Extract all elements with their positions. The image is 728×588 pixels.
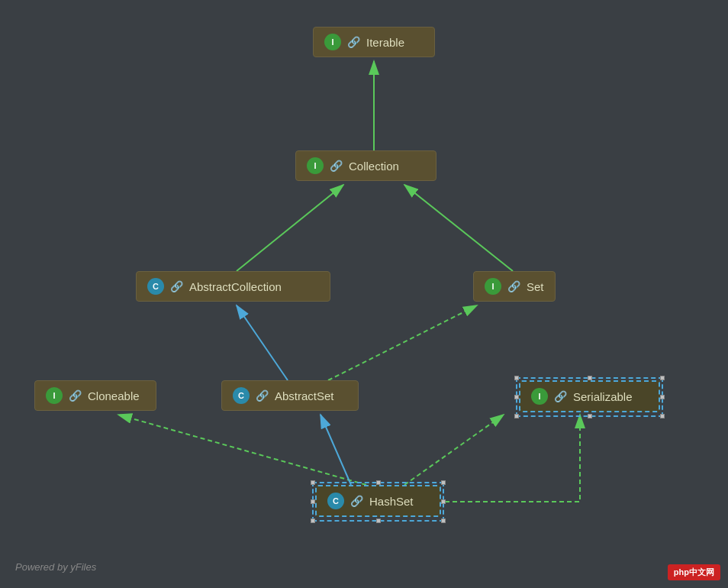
node-iterable[interactable]: I 🔗 Iterable <box>313 27 435 57</box>
label-set: Set <box>527 280 544 293</box>
node-abstractcollection[interactable]: C 🔗 AbstractCollection <box>136 271 330 302</box>
icon-set: 🔗 <box>507 280 520 292</box>
node-cloneable[interactable]: I 🔗 Cloneable <box>34 380 156 411</box>
icon-hashset: 🔗 <box>350 495 363 507</box>
badge-hashset: C <box>327 493 344 509</box>
node-abstractset[interactable]: C 🔗 AbstractSet <box>221 380 359 411</box>
handle-ser-tl <box>514 376 519 380</box>
node-collection[interactable]: I 🔗 Collection <box>295 150 436 181</box>
label-iterable: Iterable <box>366 36 404 49</box>
svg-line-6 <box>237 305 288 380</box>
label-cloneable: Cloneable <box>88 389 140 402</box>
diagram-canvas: I 🔗 Iterable I 🔗 Collection C 🔗 Abstract… <box>0 0 728 588</box>
node-hashset[interactable]: C 🔗 HashSet <box>315 485 441 517</box>
handle-ser-bl <box>514 414 519 418</box>
svg-line-4 <box>237 185 343 271</box>
badge-serializable: I <box>531 388 548 405</box>
node-serializable[interactable]: I 🔗 Serializable <box>519 380 660 412</box>
handle-tl <box>311 480 315 485</box>
icon-iterable: 🔗 <box>347 36 360 48</box>
powered-by-label: Powered by yFiles <box>15 561 96 573</box>
handle-bc <box>376 519 381 523</box>
icon-abstractcollection: 🔗 <box>170 280 183 292</box>
svg-line-7 <box>328 305 477 380</box>
label-abstractcollection: AbstractCollection <box>189 280 282 293</box>
handle-mr <box>441 499 446 504</box>
icon-collection: 🔗 <box>330 160 343 172</box>
badge-abstractcollection: C <box>147 278 164 295</box>
svg-line-8 <box>118 415 366 485</box>
handle-br <box>441 519 446 523</box>
badge-collection: I <box>307 157 324 174</box>
label-abstractset: AbstractSet <box>275 389 334 402</box>
icon-cloneable: 🔗 <box>69 389 82 402</box>
handle-bl <box>311 519 315 523</box>
badge-iterable: I <box>324 34 341 50</box>
badge-cloneable: I <box>46 387 63 404</box>
label-serializable: Serializable <box>573 390 633 403</box>
handle-ser-mr <box>660 395 665 399</box>
label-hashset: HashSet <box>369 495 414 508</box>
icon-abstractset: 🔗 <box>256 389 269 402</box>
svg-line-5 <box>404 185 513 271</box>
handle-ser-tr <box>660 376 665 380</box>
watermark-label: php中文网 <box>668 564 720 580</box>
icon-serializable: 🔗 <box>554 390 567 402</box>
node-set[interactable]: I 🔗 Set <box>473 271 556 302</box>
handle-ser-bc <box>588 414 592 418</box>
handle-tr <box>441 480 446 485</box>
badge-abstractset: C <box>233 387 250 404</box>
label-collection: Collection <box>349 160 399 173</box>
handle-ser-br <box>660 414 665 418</box>
svg-line-9 <box>321 415 351 485</box>
badge-set: I <box>485 278 501 295</box>
